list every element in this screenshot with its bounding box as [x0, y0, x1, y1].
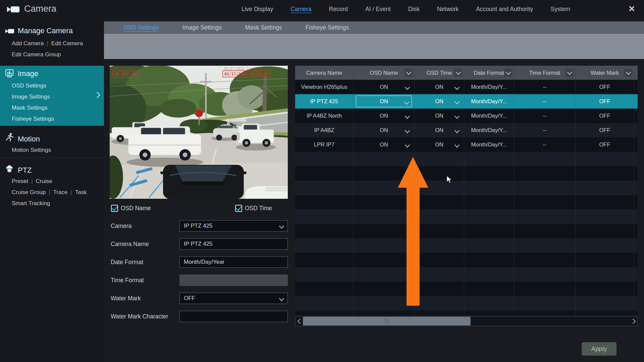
column-filter-dropdown-icon[interactable]	[566, 69, 574, 77]
table-cell-osd_time[interactable]: ON	[415, 94, 464, 109]
table-row[interactable]	[295, 296, 638, 310]
column-header[interactable]: OSD Name	[354, 66, 415, 80]
table-cell-osd_name[interactable]: ON	[354, 137, 415, 152]
table-cell-time_format[interactable]: --	[514, 94, 576, 109]
scroll-right-button[interactable]	[630, 316, 637, 326]
table-row[interactable]: LPR IP7ONONMonth/Day/Y...--OFF	[295, 137, 638, 152]
scrollbar-track[interactable]	[303, 316, 630, 326]
scroll-left-button[interactable]	[296, 316, 303, 326]
osd-time-checkbox[interactable]	[235, 205, 242, 212]
table-cell-water_mark[interactable]: OFF	[576, 80, 634, 94]
table-cell-osd_name[interactable]: ON	[354, 123, 415, 137]
sidebar-section-image-title[interactable]: Image	[18, 69, 38, 79]
column-header[interactable]: Wa	[634, 66, 638, 80]
table-cell-osd_name[interactable]: ON	[354, 94, 415, 109]
column-header[interactable]: OSD Time	[415, 66, 464, 80]
sidebar-item-smart-tracking[interactable]: Smart Tracking	[12, 199, 50, 208]
table-cell-water_mark[interactable]: OFF	[576, 109, 634, 123]
column-header[interactable]: Water Mark	[576, 66, 634, 80]
sidebar-item-image-settings[interactable]: Image Settings	[12, 93, 50, 101]
table-row[interactable]	[295, 195, 638, 209]
table-cell-osd_time[interactable]: ON	[415, 109, 464, 123]
table-row[interactable]	[295, 181, 638, 195]
sidebar-item-motion-settings[interactable]: Motion Settings	[12, 146, 51, 155]
apply-button[interactable]: Apply	[582, 342, 616, 356]
table-cell-date_format[interactable]: Month/Day/Y...	[464, 109, 514, 123]
table-cell-time_format[interactable]: --	[514, 123, 576, 137]
sidebar-item-mask-settings[interactable]: Mask Settings	[12, 104, 48, 112]
table-row[interactable]	[295, 224, 638, 238]
nav-ai-event[interactable]: AI / Event	[365, 6, 391, 13]
tab-mask-settings[interactable]: Mask Settings	[245, 24, 282, 31]
tab-osd-settings[interactable]: OSD Settings	[123, 24, 159, 31]
nav-network[interactable]: Network	[437, 6, 459, 13]
table-row[interactable]	[295, 152, 638, 166]
tab-image-settings[interactable]: Image Settings	[182, 24, 222, 31]
column-filter-dropdown-icon[interactable]	[624, 69, 632, 77]
table-cell-water_mark[interactable]: OFF	[576, 94, 634, 109]
sidebar-item-add-camera[interactable]: Add Camera	[12, 40, 44, 47]
column-header[interactable]: Time Format	[514, 66, 576, 80]
sidebar-item-trace[interactable]: Trace	[53, 189, 68, 195]
table-cell-osd_time[interactable]: ON	[415, 80, 464, 94]
table-row[interactable]: IP A4BZ NorthONONMonth/Day/Y...--OFF	[295, 109, 638, 123]
table-row[interactable]: Viewtron H265plusONONMonth/Day/Y...--OFF	[295, 80, 638, 94]
sidebar-section-motion[interactable]: Motion	[18, 134, 40, 144]
table-cell-camera_name[interactable]: IP PTZ 425	[295, 94, 354, 109]
table-cell-time_format[interactable]: --	[514, 137, 576, 152]
column-filter-dropdown-icon[interactable]	[504, 69, 512, 77]
nav-disk[interactable]: Disk	[408, 6, 420, 13]
table-row[interactable]	[295, 282, 638, 296]
nav-camera[interactable]: Camera	[290, 6, 311, 13]
table-cell-date_format[interactable]: Month/Day/Y...	[464, 80, 514, 94]
sidebar-section-manage-camera[interactable]: Manage Camera	[18, 26, 73, 36]
table-row[interactable]	[295, 166, 638, 181]
table-cell-date_format[interactable]: Month/Day/Y...	[464, 94, 514, 109]
scrollbar-thumb[interactable]	[303, 317, 471, 325]
tab-fisheye-settings[interactable]: Fisheye Settings	[306, 24, 349, 31]
sidebar-item-fisheye-settings[interactable]: Fisheye Settings	[12, 115, 54, 123]
sidebar-item-task[interactable]: Task	[75, 189, 87, 195]
sidebar-item-cruise[interactable]: Cruise	[36, 178, 52, 184]
water-mark-character-input[interactable]	[179, 311, 288, 322]
nav-system[interactable]: System	[550, 6, 570, 13]
nav-live-display[interactable]: Live Display	[241, 6, 273, 13]
date-format-input[interactable]: Month/Day/Year	[179, 256, 288, 268]
osd-name-checkbox[interactable]	[111, 205, 118, 212]
table-cell-camera_name[interactable]: LPR IP7	[295, 137, 354, 152]
table-row[interactable]	[295, 209, 638, 224]
table-cell-osd_name[interactable]: ON	[354, 109, 415, 123]
table-row[interactable]: IP PTZ 425ONONMonth/Day/Y...--OFF	[295, 94, 638, 109]
camera-select[interactable]: IP PTZ 425	[179, 220, 288, 232]
table-cell-osd_name[interactable]: ON	[354, 80, 415, 94]
sidebar-item-cruise-group[interactable]: Cruise Group	[12, 189, 46, 195]
close-icon[interactable]: ✕	[628, 4, 635, 14]
table-row[interactable]	[295, 238, 638, 253]
table-cell-time_format[interactable]: --	[514, 80, 576, 94]
nav-record[interactable]: Record	[329, 6, 348, 13]
table-cell-time_format[interactable]: --	[514, 109, 576, 123]
table-cell-water_mark[interactable]: OFF	[576, 123, 634, 137]
table-row[interactable]	[295, 253, 638, 267]
column-filter-dropdown-icon[interactable]	[454, 69, 462, 77]
table-cell-camera_name[interactable]: Viewtron H265plus	[295, 80, 354, 94]
horizontal-scrollbar[interactable]	[295, 316, 638, 326]
table-cell-osd_time[interactable]: ON	[415, 137, 464, 152]
water-mark-select[interactable]: OFF	[179, 293, 288, 304]
table-row[interactable]	[295, 267, 638, 282]
table-cell-camera_name[interactable]: IP A4BZ	[295, 123, 354, 137]
column-header[interactable]: Camera Name	[295, 66, 354, 80]
column-header[interactable]: Date Format	[464, 66, 514, 80]
sidebar-item-osd-settings[interactable]: OSD Settings	[12, 81, 46, 90]
sidebar-item-edit-camera-group[interactable]: Edit Camera Group	[12, 50, 61, 59]
table-cell-date_format[interactable]: Month/Day/Y...	[464, 137, 514, 152]
sidebar-section-ptz[interactable]: PTZ	[18, 165, 32, 175]
table-cell-osd_time[interactable]: ON	[415, 123, 464, 137]
column-filter-dropdown-icon[interactable]	[405, 69, 413, 77]
table-cell-date_format[interactable]: Month/Day/Y...	[464, 123, 514, 137]
sidebar-item-edit-camera[interactable]: Edit Camera	[51, 40, 83, 47]
table-cell-camera_name[interactable]: IP A4BZ North	[295, 109, 354, 123]
table-cell-water_mark[interactable]: OFF	[576, 137, 634, 152]
sidebar-item-preset[interactable]: Preset	[12, 178, 28, 184]
camera-name-input[interactable]: IP PTZ 425	[179, 238, 288, 250]
